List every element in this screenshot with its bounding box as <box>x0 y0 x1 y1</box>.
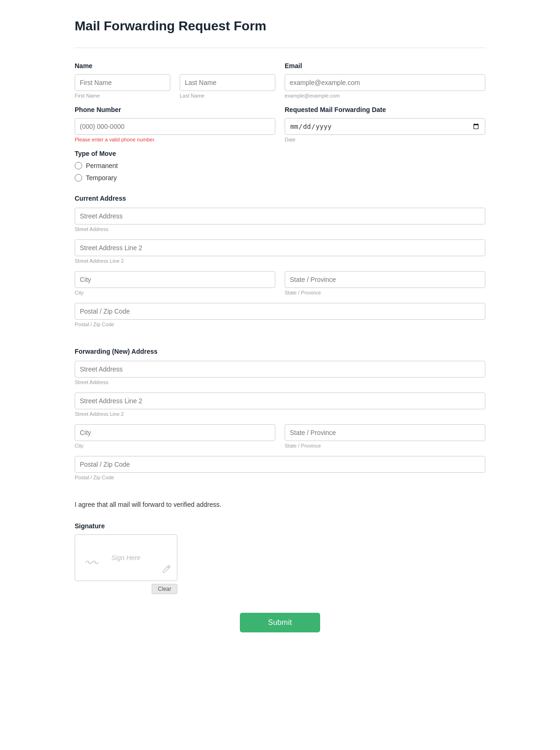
last-name-hint: Last Name <box>180 93 275 98</box>
current-street-hint: Street Address <box>75 226 485 232</box>
forwarding-street-hint: Street Address <box>75 379 485 385</box>
current-street-field: Street Address <box>75 208 485 232</box>
current-address-section: Current Address Street Address Street Ad… <box>75 195 485 335</box>
email-input[interactable] <box>285 74 485 91</box>
email-label: Email <box>285 62 485 70</box>
current-city-input[interactable] <box>75 271 275 288</box>
signature-squiggle-icon: ∿∿ <box>84 559 98 565</box>
email-section: Email example@example.com <box>285 62 485 106</box>
first-name-field: First Name <box>75 74 170 98</box>
forwarding-city-field: City <box>75 424 275 449</box>
first-name-hint: First Name <box>75 93 170 98</box>
agreement-text: I agree that all mail will forward to ve… <box>75 501 485 508</box>
submit-button[interactable]: Submit <box>240 613 320 632</box>
current-state-input[interactable] <box>285 271 485 288</box>
forwarding-address-fields: Street Address Street Address Line 2 Cit… <box>75 361 485 488</box>
forwarding-postal-field: Postal / Zip Code <box>75 456 485 480</box>
current-street2-hint: Street Address Line 2 <box>75 258 485 264</box>
current-postal-hint: Postal / Zip Code <box>75 322 485 327</box>
name-label: Name <box>75 62 275 70</box>
current-street2-field: Street Address Line 2 <box>75 239 485 264</box>
forwarding-city-state-row: City State / Province <box>75 424 485 456</box>
forwarding-street2-field: Street Address Line 2 <box>75 393 485 417</box>
signature-section: Signature Sign Here ∿∿ Clear <box>75 522 485 594</box>
current-city-state-row: City State / Province <box>75 271 485 303</box>
forwarding-street-input[interactable] <box>75 361 485 378</box>
forwarding-street-field: Street Address <box>75 361 485 385</box>
type-of-move-label: Type of Move <box>75 150 485 157</box>
forwarding-city-input[interactable] <box>75 424 275 441</box>
phone-input[interactable] <box>75 118 275 135</box>
mail-forwarding-form: Name First Name Last Name Email <box>75 62 485 632</box>
forwarding-postal-input[interactable] <box>75 456 485 473</box>
clear-button[interactable]: Clear <box>152 584 177 594</box>
forwarding-state-field: State / Province <box>285 424 485 449</box>
temporary-radio[interactable] <box>75 174 82 182</box>
current-state-hint: State / Province <box>285 290 485 295</box>
current-state-field: State / Province <box>285 271 485 295</box>
permanent-label: Permanent <box>86 162 118 169</box>
permanent-radio[interactable] <box>75 162 82 169</box>
date-hint: Date <box>285 137 485 142</box>
last-name-field: Last Name <box>180 74 275 98</box>
forwarding-city-hint: City <box>75 443 275 449</box>
email-hint: example@example.com <box>285 93 485 98</box>
current-address-fields: Street Address Street Address Line 2 Cit… <box>75 208 485 335</box>
type-of-move-section: Type of Move Permanent Temporary <box>75 150 485 182</box>
phone-section: Phone Number Please enter a valid phone … <box>75 106 275 150</box>
current-city-hint: City <box>75 290 275 295</box>
signature-placeholder: Sign Here <box>112 554 140 561</box>
phone-field: Please enter a valid phone number. <box>75 118 275 142</box>
first-name-input[interactable] <box>75 74 170 91</box>
current-street-input[interactable] <box>75 208 485 224</box>
current-city-field: City <box>75 271 275 295</box>
name-inputs-row: First Name Last Name <box>75 74 275 106</box>
forwarding-street2-input[interactable] <box>75 393 485 409</box>
current-postal-field: Postal / Zip Code <box>75 303 485 327</box>
move-type-radio-group: Permanent Temporary <box>75 162 485 182</box>
temporary-label: Temporary <box>86 174 117 182</box>
forwarding-address-section: Forwarding (New) Address Street Address … <box>75 348 485 488</box>
email-field: example@example.com <box>285 74 485 98</box>
current-street2-input[interactable] <box>75 239 485 256</box>
current-postal-input[interactable] <box>75 303 485 320</box>
page-title: Mail Forwarding Request Form <box>75 19 485 34</box>
date-section: Requested Mail Forwarding Date Date <box>285 106 485 150</box>
date-field: Date <box>285 118 485 142</box>
clear-button-wrapper: Clear <box>75 584 177 594</box>
current-address-label: Current Address <box>75 195 485 202</box>
signature-label: Signature <box>75 522 485 530</box>
signature-pen-icon <box>162 564 171 576</box>
date-input[interactable] <box>285 118 485 135</box>
forwarding-street2-hint: Street Address Line 2 <box>75 411 485 417</box>
phone-error-hint: Please enter a valid phone number. <box>75 137 275 142</box>
page-wrapper: Mail Forwarding Request Form Name First … <box>56 0 504 660</box>
forwarding-postal-hint: Postal / Zip Code <box>75 475 485 480</box>
permanent-radio-label[interactable]: Permanent <box>75 162 485 169</box>
phone-date-row: Phone Number Please enter a valid phone … <box>75 106 485 150</box>
forwarding-state-input[interactable] <box>285 424 485 441</box>
signature-box[interactable]: Sign Here ∿∿ <box>75 534 177 581</box>
forwarding-address-label: Forwarding (New) Address <box>75 348 485 355</box>
submit-wrapper: Submit <box>75 613 485 632</box>
date-label: Requested Mail Forwarding Date <box>285 106 485 113</box>
last-name-input[interactable] <box>180 74 275 91</box>
temporary-radio-label[interactable]: Temporary <box>75 174 485 182</box>
name-section: Name First Name Last Name <box>75 62 275 106</box>
divider <box>75 48 485 48</box>
phone-label: Phone Number <box>75 106 275 113</box>
forwarding-state-hint: State / Province <box>285 443 485 449</box>
name-email-row: Name First Name Last Name Email <box>75 62 485 106</box>
